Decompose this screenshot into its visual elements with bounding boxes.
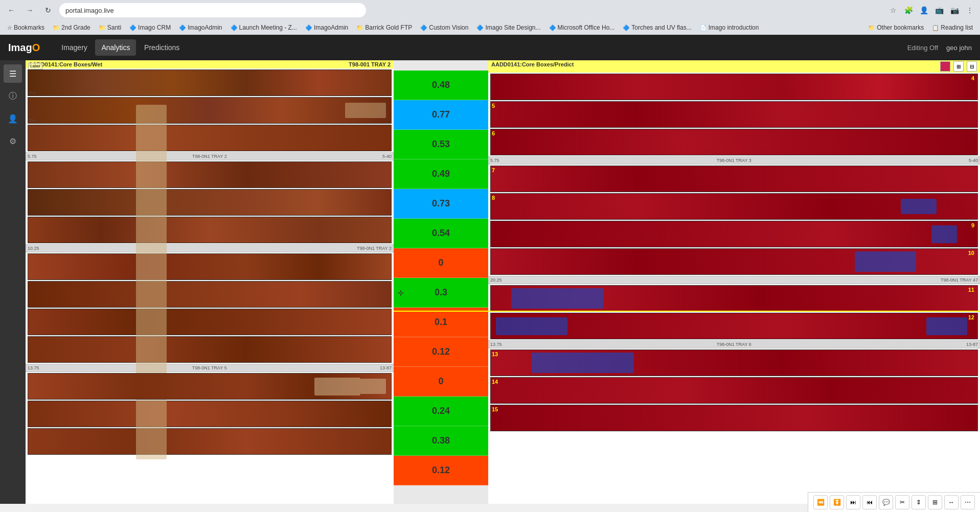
extensions-icon[interactable]: 🧩 xyxy=(902,4,915,16)
sidebar-users-icon[interactable]: 👤 xyxy=(4,109,22,128)
right-label-10: 10 xyxy=(968,250,974,256)
score-value: 0.38 xyxy=(432,435,450,446)
right-depth-20-25: 20.25 xyxy=(490,277,502,283)
user-name[interactable]: geo john xyxy=(946,44,972,52)
score-value: 0.24 xyxy=(432,406,450,416)
bookmark-torches[interactable]: 🔷 Torches and UV flas... xyxy=(620,23,694,32)
right-core-row-11: 11 xyxy=(490,285,978,312)
editing-status[interactable]: Editing Off xyxy=(907,44,938,52)
tray-separator: 5.75 T98-0N1 TRAY 2 5-40 xyxy=(26,152,394,160)
sidebar-home-icon[interactable]: ☰ xyxy=(4,64,22,83)
left-panel-header: AADD0141:Core Boxes/Wet T98-001 TRAY 2 xyxy=(26,60,394,68)
nav-predictions[interactable]: Predictions xyxy=(138,39,186,56)
right-core-row-9: 9 xyxy=(490,221,978,247)
core-box-row: 5 m xyxy=(28,97,392,124)
bookmark-reading[interactable]: 📋 Reading list xyxy=(929,23,976,32)
score-value: 0.12 xyxy=(432,465,450,476)
comment-button[interactable]: 💬 xyxy=(879,495,893,509)
url-bar[interactable] xyxy=(59,3,366,17)
layers-button[interactable]: ⊞ xyxy=(928,495,942,509)
bookmark-santi[interactable]: 📁 Santi xyxy=(96,23,124,32)
right-core-panel: AADD0141:Core Boxes/Predict ⊞ ⊟ 4 5 xyxy=(488,60,980,504)
core-box-row xyxy=(28,161,392,188)
score-value: 0.77 xyxy=(432,109,450,120)
right-core-row-14: 14 xyxy=(490,377,978,404)
cursor-icon: ⊹ xyxy=(398,289,404,297)
skip-end-button[interactable]: ⏮ xyxy=(862,495,877,509)
bookmark-star-icon[interactable]: ☆ xyxy=(887,4,899,16)
right-label-15: 15 xyxy=(492,406,498,412)
score-value: 0.73 xyxy=(432,198,450,209)
right-core-row-6: 6 xyxy=(490,129,978,155)
bookmark-2ndgrade[interactable]: 📁 2nd Grade xyxy=(50,23,94,32)
sidebar-info-icon[interactable]: ⓘ xyxy=(4,87,22,105)
reload-button[interactable]: ↻ xyxy=(41,3,55,17)
score-cell-0.77: 0.77 xyxy=(394,100,488,130)
color-picker-button[interactable] xyxy=(940,61,950,72)
bookmark-barrick[interactable]: 📁 Barrick Gold FTP xyxy=(353,23,415,32)
bookmark-office[interactable]: 🔷 Microsoft Office Ho... xyxy=(546,23,618,32)
right-depth-13-87: 13-87 xyxy=(966,342,978,347)
header-right: Editing Off geo john xyxy=(907,44,972,52)
right-label-14: 14 xyxy=(492,379,498,385)
right-label-5: 5 xyxy=(492,103,495,109)
core-box-row xyxy=(28,189,392,216)
rewind-button[interactable]: ⏬ xyxy=(830,495,844,509)
browser-chrome: ← → ↻ ☆ 🧩 👤 📺 📷 ⋮ ☆ Bookmarks 📁 2nd Grad… xyxy=(0,0,980,35)
nav-analytics[interactable]: Analytics xyxy=(95,39,136,56)
score-value: 0.53 xyxy=(432,139,450,150)
bookmark-launch[interactable]: 🔷 Launch Meeting - Z... xyxy=(227,23,300,32)
tray-depth-end: 5-40 xyxy=(382,154,392,159)
grid-toggle-button[interactable]: ⊟ xyxy=(967,61,977,72)
depth-13-87: 13-87 xyxy=(380,365,392,370)
score-cell-0.12b: 0.12 xyxy=(394,456,488,485)
back-button[interactable]: ← xyxy=(4,3,18,17)
bookmark-other[interactable]: 📁 Other bookmarks xyxy=(865,23,927,32)
right-core-row-8: 8 xyxy=(490,193,978,220)
bookmark-imagocrm[interactable]: 🔷 Imago CRM xyxy=(126,23,174,32)
scissors-button[interactable]: ✂ xyxy=(895,495,909,509)
app-logo: ImagO xyxy=(8,42,40,54)
more-button[interactable]: ⋯ xyxy=(961,495,975,509)
score-cell-0-b: 0 xyxy=(394,367,488,397)
core-box-row xyxy=(28,217,392,243)
align-button[interactable]: ⇕ xyxy=(911,495,926,509)
screenshot-icon[interactable]: 📷 xyxy=(948,4,961,16)
right-depth-13-75: 13.75 xyxy=(490,342,502,347)
nav-imagery[interactable]: Imagery xyxy=(55,39,94,56)
core-box-row: Label xyxy=(28,281,392,308)
sidebar-tools-icon[interactable]: ⚙ xyxy=(4,132,22,150)
right-tray-id-2: T98-0N1 TRAY 47 xyxy=(941,277,978,283)
forward-button[interactable]: → xyxy=(22,3,37,17)
cast-icon[interactable]: 📺 xyxy=(933,4,945,16)
core-box-row xyxy=(28,125,392,151)
right-core-row-7: 7 xyxy=(490,166,978,192)
bookmark-imagoadmin2[interactable]: 🔷 ImagoAdmin xyxy=(302,23,351,32)
play-button[interactable]: ⏭ xyxy=(846,495,860,509)
core-box-row xyxy=(28,253,392,280)
core-box-row xyxy=(28,401,392,427)
more-icon[interactable]: ⋮ xyxy=(964,4,976,16)
bookmark-imagosite[interactable]: 🔷 Imago Site Design... xyxy=(473,23,543,32)
score-value: 0.48 xyxy=(432,80,450,90)
profile-icon[interactable]: 👤 xyxy=(918,4,930,16)
bookmark-customvision[interactable]: 🔷 Custom Vision xyxy=(417,23,471,32)
skip-start-button[interactable]: ⏪ xyxy=(813,495,828,509)
left-core-panel: AADD0141:Core Boxes/Wet T98-001 TRAY 2 4… xyxy=(26,60,394,504)
bookmark-imagoadmin1[interactable]: 🔷 ImagoAdmin xyxy=(176,23,225,32)
score-value: 0.3 xyxy=(435,287,447,298)
right-tray-separator-3: 13.75 T98-0N1 TRAY 6 13-87 xyxy=(488,340,980,348)
bookmark-imagointro[interactable]: 📄 Imago introduction xyxy=(697,23,762,32)
score-cell-0.24: 0.24 xyxy=(394,397,488,426)
depth-5m: 5 m xyxy=(29,118,36,123)
right-tray-separator-1: 5.75 T98-0N1 TRAY 3 5-40 xyxy=(488,156,980,165)
core-box-row: 4 m xyxy=(28,69,392,96)
core-box-row xyxy=(28,309,392,335)
logo-text: Imag xyxy=(8,42,32,53)
expand-button[interactable]: ↔ xyxy=(944,495,959,509)
right-core-row-10: 10 xyxy=(490,248,978,275)
app-header: ImagO Imagery Analytics Predictions Edit… xyxy=(0,35,980,60)
view-toggle-button[interactable]: ⊞ xyxy=(953,61,964,72)
right-depth-5-75: 5.75 xyxy=(490,158,499,163)
bookmark-bookmarks[interactable]: ☆ Bookmarks xyxy=(4,23,48,32)
